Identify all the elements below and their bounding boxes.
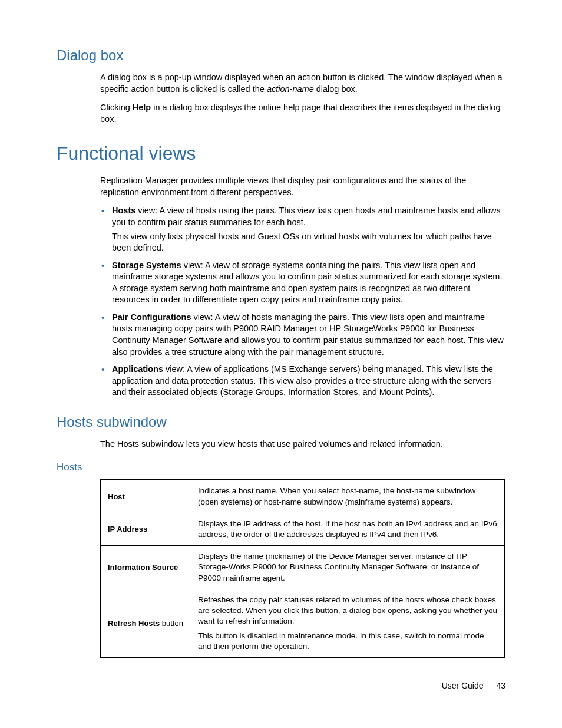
dialog-box-para-2: Clicking Help in a dialog box displays t… [100,102,505,125]
footer-label: User Guide [442,681,484,690]
row-label-ip: IP Address [101,513,191,545]
hosts-subwindow-section: Hosts subwindow The Hosts subwindow lets… [57,414,505,450]
page-number: 43 [496,681,505,690]
row-desc: Refreshes the copy pair statuses related… [191,589,505,658]
heading-functional-views: Functional views [57,143,505,164]
functional-views-intro: Replication Manager provides multiple vi… [100,175,505,198]
page-footer: User Guide 43 [442,681,505,690]
hosts-subwindow-intro: The Hosts subwindow lets you view hosts … [100,439,505,450]
dialog-box-section: Dialog box A dialog box is a pop-up wind… [57,47,505,125]
table-row: IP Address Displays the IP address of th… [101,513,505,545]
row-label-host: Host [101,480,191,513]
hosts-table: Host Indicates a host name. When you sel… [100,479,505,658]
functional-views-list: Hosts view: A view of hosts using the pa… [100,205,505,398]
hosts-section: Hosts Host Indicates a host name. When y… [57,462,505,658]
heading-hosts-subwindow: Hosts subwindow [57,414,505,430]
list-item: Hosts view: A view of hosts using the pa… [100,205,505,253]
heading-dialog-box: Dialog box [57,47,505,64]
row-desc: Displays the name (nickname) of the Devi… [191,546,505,589]
help-bold: Help [133,103,151,112]
row-desc: Displays the IP address of the host. If … [191,513,505,545]
row-label-info-source: Information Source [101,546,191,589]
list-item: Storage Systems view: A view of storage … [100,260,505,306]
storage-systems-bold: Storage Systems [112,261,181,270]
table-row: Refresh Hosts button Refreshes the copy … [101,589,505,658]
heading-hosts: Hosts [57,462,505,473]
applications-bold: Applications [112,364,163,374]
row-label-refresh-hosts: Refresh Hosts button [101,589,191,658]
list-item: Applications view: A view of application… [100,364,505,398]
pair-configurations-bold: Pair Configurations [112,312,191,322]
hosts-bold: Hosts [112,206,135,215]
table-row: Information Source Displays the name (ni… [101,546,505,589]
hosts-sub: This view only lists physical hosts and … [112,231,505,254]
row-desc: Indicates a host name. When you select h… [191,480,505,513]
action-name-italic: action-name [267,84,314,94]
list-item: Pair Configurations view: A view of host… [100,312,505,358]
dialog-box-para-1: A dialog box is a pop-up window displaye… [100,72,505,95]
functional-views-section: Functional views Replication Manager pro… [57,143,505,398]
table-row: Host Indicates a host name. When you sel… [101,480,505,513]
